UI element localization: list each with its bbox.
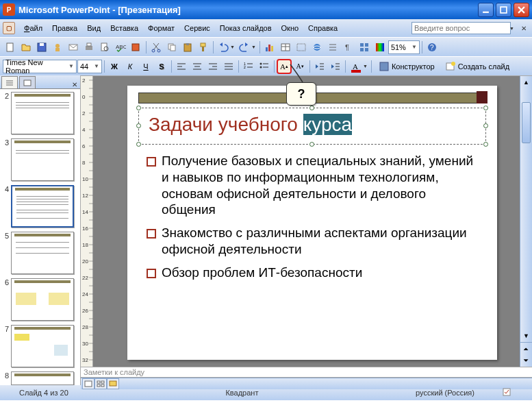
decrease-indent-icon[interactable] [312,59,327,74]
chart-icon[interactable] [262,40,277,55]
menu-insert[interactable]: Вставка [105,23,143,34]
close-button[interactable] [514,3,529,17]
paste-icon[interactable] [180,40,195,55]
copy-icon[interactable] [164,40,179,55]
distributed-icon[interactable] [221,59,236,74]
thumbnail-3[interactable] [11,138,74,181]
thumbnail-8[interactable] [11,371,74,385]
format-painter-icon[interactable] [196,40,211,55]
slideshow-view-icon[interactable] [107,378,119,389]
tables-borders-icon[interactable] [294,40,309,55]
bullet-item[interactable]: Знакомство с различными аспектами органи… [147,225,481,258]
window-title: Microsoft PowerPoint - [Презентация] [18,5,478,15]
scroll-up-icon[interactable]: ▲ [520,76,532,88]
color-icon[interactable] [372,40,388,55]
slides-tab[interactable] [19,76,36,88]
thumbnail-6[interactable] [11,278,74,321]
increase-indent-icon[interactable] [328,59,343,74]
slide-title[interactable]: Задачи учебного курса [139,108,485,141]
status-spellcheck-icon[interactable] [488,387,527,398]
permission-icon[interactable] [50,40,65,55]
normal-view-icon[interactable] [82,378,94,389]
svg-text:20: 20 [82,258,88,265]
help-icon[interactable]: ? [425,40,440,55]
undo-icon[interactable] [216,40,231,55]
align-left-icon[interactable] [174,59,189,74]
zoom-combo[interactable]: 51%▼ [388,40,420,54]
new-slide-button[interactable]: Создать слайд [440,59,514,74]
scroll-down-icon[interactable]: ▼ [520,330,532,342]
doc-close-button[interactable]: ✕ [518,23,529,33]
menu-view[interactable]: Вид [82,23,105,34]
minimize-button[interactable] [478,3,494,17]
notes-pane[interactable]: Заметки к слайду [81,367,532,378]
email-icon[interactable] [66,40,81,55]
spellcheck-icon[interactable]: ABC [113,40,128,55]
next-slide-icon[interactable]: ⏷ [520,354,532,367]
hyperlink-icon[interactable] [309,40,325,55]
table-icon[interactable] [278,40,293,55]
thumbnail-7[interactable] [11,325,74,367]
outline-tab[interactable] [1,76,18,88]
menu-window[interactable]: Окно [277,23,304,34]
redo-icon[interactable] [237,40,252,55]
italic-icon[interactable]: К [123,59,138,74]
status-language[interactable]: русский (Россия) [402,389,488,397]
help-dropdown-icon[interactable]: ▼ [509,26,516,31]
align-center-icon[interactable] [190,59,205,74]
font-size-combo[interactable]: 44▼ [77,60,102,73]
thumbnail-4[interactable] [11,185,74,228]
svg-rect-37 [360,43,364,47]
font-name-combo[interactable]: Times New Roman▼ [3,60,77,73]
print-icon[interactable] [81,40,97,55]
font-color-dropdown[interactable]: ▼ [363,64,369,69]
help-search-input[interactable] [411,22,511,34]
cut-icon[interactable] [149,40,164,55]
grid-icon[interactable] [357,40,372,55]
shadow-icon[interactable]: S [154,59,169,74]
svg-rect-41 [376,43,384,51]
menu-file[interactable]: Файл [19,23,47,34]
pane-close-icon[interactable]: ✕ [69,81,80,88]
menu-help[interactable]: Справка [303,23,342,34]
new-icon[interactable] [3,40,18,55]
prev-slide-icon[interactable]: ⏶ [520,342,532,354]
align-right-icon[interactable] [205,59,220,74]
bullet-item[interactable]: Обзор проблем ИТ-безопасности [147,265,481,281]
slide-canvas[interactable]: Задачи учебного курса Получение базовых … [93,76,520,367]
show-formatting-icon[interactable]: ¶ [341,40,356,55]
thumbnail-list[interactable]: 2 3 4 5 6 7 8 [0,89,80,385]
menu-slideshow[interactable]: Показ слайдов [215,23,277,34]
redo-dropdown[interactable]: ▼ [251,45,257,49]
undo-dropdown[interactable]: ▼ [230,45,236,49]
open-icon[interactable] [18,40,34,55]
menu-format[interactable]: Формат [143,23,179,34]
app-menu-icon[interactable]: ▢ [3,22,15,34]
menu-edit[interactable]: Правка [47,23,82,34]
slide-body[interactable]: Получение базовых и специальных знаний, … [147,153,481,287]
thumbnail-5[interactable] [11,232,74,274]
decrease-font-icon[interactable]: A▾ [292,59,307,74]
underline-icon[interactable]: Ч [138,59,153,74]
maximize-button[interactable] [496,3,511,17]
thumb-number: 4 [1,185,11,228]
bullet-item[interactable]: Получение базовых и специальных знаний, … [147,153,481,218]
save-icon[interactable] [34,40,49,55]
sorter-view-icon[interactable] [94,378,107,389]
thumbnail-2[interactable] [11,92,74,134]
menu-tools[interactable]: Сервис [179,23,215,34]
research-icon[interactable] [129,40,144,55]
slide[interactable]: Задачи учебного курса Получение базовых … [127,86,497,360]
bullet-list-icon[interactable] [257,59,272,74]
expand-all-icon[interactable] [325,40,340,55]
increase-font-icon[interactable]: A▴ [277,59,292,74]
bold-icon[interactable]: Ж [107,59,122,74]
title-placeholder[interactable]: Задачи учебного курса [138,108,486,145]
vertical-ruler[interactable]: 202468101214161820222426283032 [81,76,93,367]
svg-text:¶: ¶ [345,43,349,51]
numbered-list-icon[interactable]: 12 [241,59,256,74]
vertical-scrollbar[interactable]: ▲ ▼ ⏶ ⏷ [520,76,532,367]
preview-icon[interactable] [97,40,112,55]
scroll-thumb[interactable] [522,102,531,143]
designer-button[interactable]: Конструктор [374,59,440,74]
